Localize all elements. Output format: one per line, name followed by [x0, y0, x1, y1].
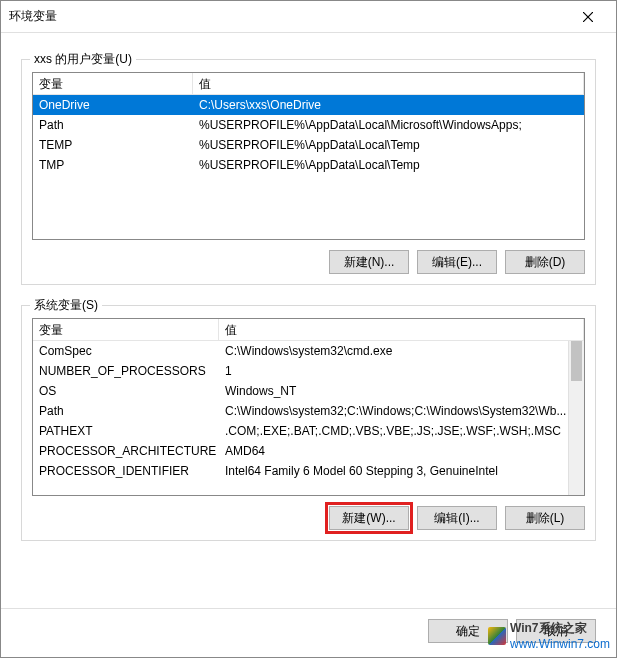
var-value-cell: AMD64: [219, 442, 584, 460]
system-header-value[interactable]: 值: [219, 319, 584, 340]
var-name-cell: Path: [33, 402, 219, 420]
var-name-cell: TEMP: [33, 136, 193, 154]
table-row[interactable]: PATHEXT.COM;.EXE;.BAT;.CMD;.VBS;.VBE;.JS…: [33, 421, 584, 441]
system-scrollbar[interactable]: [568, 341, 584, 495]
var-name-cell: OneDrive: [33, 96, 193, 114]
cancel-button[interactable]: 取消: [516, 619, 596, 643]
system-group-legend: 系统变量(S): [30, 297, 102, 314]
window-title: 环境变量: [9, 8, 568, 25]
var-value-cell: C:\Windows\system32\cmd.exe: [219, 342, 584, 360]
system-variables-group: 系统变量(S) 变量 值 ComSpecC:\Windows\system32\…: [21, 305, 596, 541]
user-header-value[interactable]: 值: [193, 73, 584, 94]
system-button-row: 新建(W)... 编辑(I)... 删除(L): [32, 506, 585, 530]
var-name-cell: ComSpec: [33, 342, 219, 360]
var-value-cell: .COM;.EXE;.BAT;.CMD;.VBS;.VBE;.JS;.JSE;.…: [219, 422, 584, 440]
var-value-cell: C:\Windows\system32;C:\Windows;C:\Window…: [219, 402, 584, 420]
var-value-cell: %USERPROFILE%\AppData\Local\Temp: [193, 156, 584, 174]
table-row[interactable]: PROCESSOR_IDENTIFIERIntel64 Family 6 Mod…: [33, 461, 584, 481]
var-name-cell: NUMBER_OF_PROCESSORS: [33, 362, 219, 380]
table-row[interactable]: NUMBER_OF_PROCESSORS1: [33, 361, 584, 381]
titlebar: 环境变量: [1, 1, 616, 33]
system-variables-list[interactable]: 变量 值 ComSpecC:\Windows\system32\cmd.exeN…: [32, 318, 585, 496]
close-button[interactable]: [568, 3, 608, 31]
var-name-cell: PROCESSOR_IDENTIFIER: [33, 462, 219, 480]
var-name-cell: Path: [33, 116, 193, 134]
system-list-header: 变量 值: [33, 319, 584, 341]
var-name-cell: PATHEXT: [33, 422, 219, 440]
system-header-name[interactable]: 变量: [33, 319, 219, 340]
var-name-cell: TMP: [33, 156, 193, 174]
system-delete-button[interactable]: 删除(L): [505, 506, 585, 530]
var-value-cell: Intel64 Family 6 Model 60 Stepping 3, Ge…: [219, 462, 584, 480]
table-row[interactable]: Path%USERPROFILE%\AppData\Local\Microsof…: [33, 115, 584, 135]
dialog-content: xxs 的用户变量(U) 变量 值 OneDriveC:\Users\xxs\O…: [1, 33, 616, 571]
user-header-name[interactable]: 变量: [33, 73, 193, 94]
var-value-cell: %USERPROFILE%\AppData\Local\Microsoft\Wi…: [193, 116, 584, 134]
user-variables-group: xxs 的用户变量(U) 变量 值 OneDriveC:\Users\xxs\O…: [21, 59, 596, 285]
user-button-row: 新建(N)... 编辑(E)... 删除(D): [32, 250, 585, 274]
table-row[interactable]: PathC:\Windows\system32;C:\Windows;C:\Wi…: [33, 401, 584, 421]
dialog-button-row: 确定 取消: [1, 608, 616, 657]
system-new-button[interactable]: 新建(W)...: [329, 506, 409, 530]
user-list-header: 变量 值: [33, 73, 584, 95]
var-value-cell: Windows_NT: [219, 382, 584, 400]
scrollbar-thumb[interactable]: [571, 341, 582, 381]
table-row[interactable]: ComSpecC:\Windows\system32\cmd.exe: [33, 341, 584, 361]
var-value-cell: 1: [219, 362, 584, 380]
var-name-cell: PROCESSOR_ARCHITECTURE: [33, 442, 219, 460]
close-icon: [583, 12, 593, 22]
user-variables-list[interactable]: 变量 值 OneDriveC:\Users\xxs\OneDrivePath%U…: [32, 72, 585, 240]
var-name-cell: OS: [33, 382, 219, 400]
user-group-legend: xxs 的用户变量(U): [30, 51, 136, 68]
table-row[interactable]: PROCESSOR_ARCHITECTUREAMD64: [33, 441, 584, 461]
var-value-cell: %USERPROFILE%\AppData\Local\Temp: [193, 136, 584, 154]
user-new-button[interactable]: 新建(N)...: [329, 250, 409, 274]
system-edit-button[interactable]: 编辑(I)...: [417, 506, 497, 530]
table-row[interactable]: OneDriveC:\Users\xxs\OneDrive: [33, 95, 584, 115]
ok-button[interactable]: 确定: [428, 619, 508, 643]
var-value-cell: C:\Users\xxs\OneDrive: [193, 96, 584, 114]
user-delete-button[interactable]: 删除(D): [505, 250, 585, 274]
table-row[interactable]: TEMP%USERPROFILE%\AppData\Local\Temp: [33, 135, 584, 155]
user-edit-button[interactable]: 编辑(E)...: [417, 250, 497, 274]
table-row[interactable]: OSWindows_NT: [33, 381, 584, 401]
table-row[interactable]: TMP%USERPROFILE%\AppData\Local\Temp: [33, 155, 584, 175]
